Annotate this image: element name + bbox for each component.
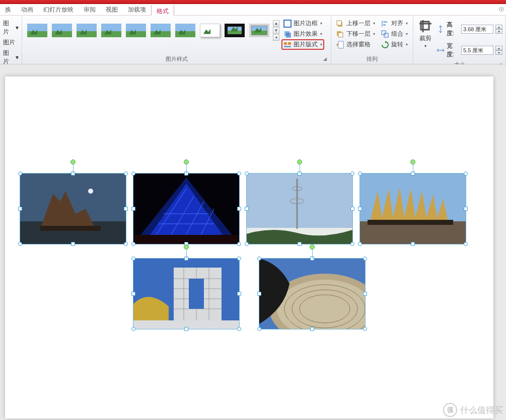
tab-slideshow[interactable]: 幻灯片放映 (38, 4, 79, 15)
selection-handle[interactable] (18, 242, 22, 246)
selection-pane-icon (336, 41, 344, 49)
selection-handle[interactable] (131, 292, 135, 296)
tab-transition[interactable]: 换 (0, 4, 16, 15)
selected-image-6[interactable] (259, 259, 365, 329)
selection-handle[interactable] (131, 257, 135, 261)
slide[interactable] (5, 76, 493, 418)
slide-canvas[interactable] (0, 64, 506, 420)
selected-image-5[interactable] (133, 259, 239, 329)
selection-handle[interactable] (358, 172, 362, 176)
width-down[interactable]: ▼ (495, 50, 502, 55)
selection-handle[interactable] (124, 172, 128, 176)
gallery-up-icon[interactable]: ▲ (273, 20, 279, 27)
gallery-down-icon[interactable]: ▼ (273, 27, 279, 34)
picture-border-button[interactable]: 图片边框▾ (281, 18, 324, 29)
tab-view[interactable]: 视图 (101, 4, 123, 15)
style-thumb-9[interactable] (223, 19, 247, 41)
group-button[interactable]: 组合▾ (379, 29, 410, 39)
selection-handle[interactable] (237, 172, 241, 176)
tab-animation[interactable]: 动画 (16, 4, 38, 15)
selection-handle[interactable] (464, 172, 468, 176)
rotate-handle[interactable] (70, 159, 76, 164)
selection-handle[interactable] (237, 327, 241, 331)
style-thumb-2[interactable] (50, 19, 74, 41)
rotate-handle[interactable] (297, 159, 302, 164)
tab-format[interactable]: 格式 (151, 5, 174, 16)
align-button[interactable]: 对齐▾ (379, 18, 410, 29)
style-thumb-8[interactable] (198, 19, 222, 41)
selection-handle[interactable] (358, 242, 362, 246)
style-thumb-3[interactable] (75, 19, 99, 41)
selection-handle[interactable] (310, 327, 314, 331)
picture-layout-button[interactable]: 图片版式▾ (281, 39, 324, 50)
selection-handle[interactable] (257, 327, 261, 331)
selection-handle[interactable] (237, 207, 241, 211)
style-thumb-10[interactable] (247, 19, 271, 41)
tab-addins[interactable]: 加载项 (123, 4, 151, 15)
image-content-1 (20, 174, 126, 244)
rotate-handle[interactable] (184, 159, 189, 164)
selection-handle[interactable] (363, 292, 367, 296)
selection-handle[interactable] (411, 242, 415, 246)
selection-handle[interactable] (124, 242, 128, 246)
gallery-more-icon[interactable]: ▾ (273, 34, 279, 41)
picture-effects-button[interactable]: 图片效果▾ (281, 29, 324, 39)
styles-launcher-icon[interactable]: ◢ (322, 56, 328, 62)
selection-handle[interactable] (464, 242, 468, 246)
style-thumb-4[interactable] (99, 19, 123, 41)
selection-handle[interactable] (358, 207, 362, 211)
selection-handle[interactable] (350, 242, 354, 246)
bring-forward-button[interactable]: 上移一层▾ (334, 18, 377, 29)
selection-handle[interactable] (131, 242, 135, 246)
adjust-item-2[interactable]: 图片 (2, 37, 20, 48)
width-up[interactable]: ▲ (495, 46, 502, 50)
selection-handle[interactable] (18, 172, 22, 176)
selection-handle[interactable] (363, 257, 367, 261)
selection-handle[interactable] (257, 292, 261, 296)
adjust-item-1[interactable]: 图片▾ (2, 18, 20, 37)
selection-handle[interactable] (350, 207, 354, 211)
selection-handle[interactable] (131, 172, 135, 176)
style-thumb-7[interactable] (173, 19, 197, 41)
selection-handle[interactable] (18, 207, 22, 211)
rotate-button[interactable]: 旋转▾ (379, 39, 410, 50)
selection-handle[interactable] (124, 207, 128, 211)
height-down[interactable]: ▼ (495, 29, 502, 34)
selected-image-3[interactable] (247, 174, 352, 244)
selection-pane-button[interactable]: 选择窗格 (334, 39, 377, 50)
tab-review[interactable]: 审阅 (79, 4, 101, 15)
style-thumb-6[interactable] (149, 19, 173, 41)
rotate-handle[interactable] (184, 244, 189, 249)
selection-handle[interactable] (350, 172, 354, 176)
style-thumb-5[interactable] (124, 19, 148, 41)
selection-handle[interactable] (245, 172, 249, 176)
selection-handle[interactable] (257, 257, 261, 261)
selected-image-2[interactable] (133, 174, 239, 244)
selection-handle[interactable] (245, 242, 249, 246)
width-input[interactable] (461, 46, 493, 55)
rotate-handle[interactable] (310, 244, 315, 249)
height-input[interactable] (461, 25, 493, 34)
selection-handle[interactable] (237, 257, 241, 261)
style-thumb-1[interactable] (25, 19, 49, 41)
selection-handle[interactable] (131, 327, 135, 331)
selection-handle[interactable] (237, 292, 241, 296)
selection-handle[interactable] (237, 242, 241, 246)
height-up[interactable]: ▲ (495, 25, 502, 29)
selected-image-4[interactable] (360, 174, 466, 244)
width-icon (437, 46, 445, 54)
selection-handle[interactable] (71, 242, 75, 246)
selection-handle[interactable] (131, 207, 135, 211)
selection-handle[interactable] (298, 242, 302, 246)
selection-handle[interactable] (245, 207, 249, 211)
send-backward-button[interactable]: 下移一层▾ (334, 29, 377, 39)
rotate-handle[interactable] (410, 159, 415, 164)
selection-handle[interactable] (464, 207, 468, 211)
svg-rect-9 (338, 33, 343, 37)
collapse-ribbon-icon[interactable]: ⓥ (499, 6, 504, 13)
crop-button[interactable]: 裁剪▾ (415, 17, 436, 50)
selected-image-1[interactable] (20, 174, 126, 244)
selection-handle[interactable] (363, 327, 367, 331)
selection-handle[interactable] (184, 327, 188, 331)
image-content-3 (247, 174, 352, 244)
